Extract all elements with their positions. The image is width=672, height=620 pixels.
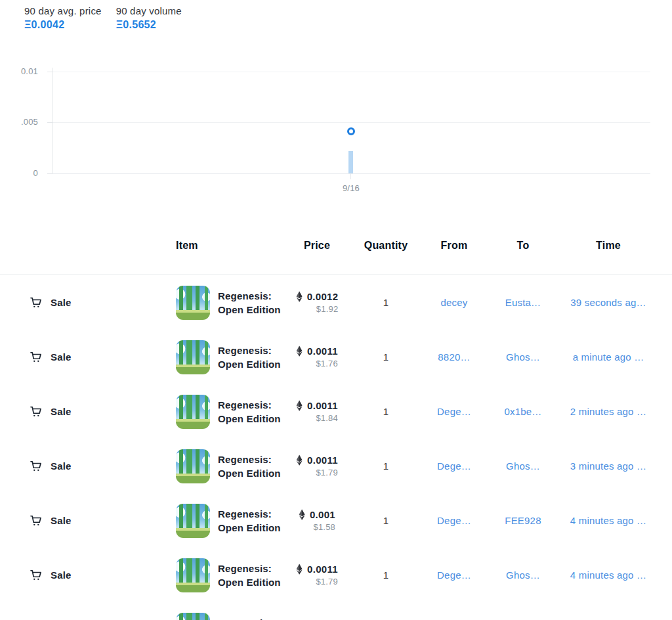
from-cell: Dege… xyxy=(420,406,488,417)
y-axis-line xyxy=(52,68,53,173)
quantity-cell: 1 xyxy=(352,460,420,472)
from-account-link[interactable]: Dege… xyxy=(437,515,471,526)
event-cell: Sale xyxy=(0,296,152,309)
event-type-label: Sale xyxy=(51,515,72,526)
from-account-link[interactable]: 8820… xyxy=(438,351,470,363)
item-thumbnail[interactable] xyxy=(176,340,210,374)
transaction-time-link[interactable]: a minute ago … xyxy=(573,351,644,363)
shopping-cart-icon xyxy=(30,351,42,363)
item-cell: Regenesis: Open Edition xyxy=(152,613,282,620)
transaction-time-link[interactable]: 4 minutes ago … xyxy=(570,515,646,526)
y-tick xyxy=(47,173,52,174)
price-eth-value: 0.0012 xyxy=(307,291,339,302)
stat-avg-price-label: 90 day avg. price xyxy=(24,5,102,18)
item-name-line1: Regenesis: xyxy=(218,507,281,521)
ethereum-icon xyxy=(296,454,303,466)
item-name-link[interactable]: Regenesis: Open Edition xyxy=(218,343,281,371)
item-name-link[interactable]: Regenesis: Open Edition xyxy=(218,507,281,535)
item-name-line1: Regenesis: xyxy=(218,616,281,620)
time-cell: a minute ago … xyxy=(558,351,672,363)
item-name-line2: Open Edition xyxy=(218,412,281,426)
item-name-line2: Open Edition xyxy=(218,575,281,589)
event-type-label: Sale xyxy=(51,569,72,581)
event-type-label: Sale xyxy=(51,351,72,363)
table-row: Sale Regenesis: Open Edition xyxy=(0,384,672,439)
time-cell: 4 minutes ago … xyxy=(558,569,672,581)
item-name-link[interactable]: Regenesis: Open Edition xyxy=(218,562,281,589)
item-name-link[interactable]: Regenesis: Open Edition xyxy=(218,453,281,480)
to-account-link[interactable]: Eusta… xyxy=(505,297,541,308)
time-cell: 39 seconds ag… xyxy=(558,297,672,308)
time-cell: 2 minutes ago … xyxy=(558,406,672,417)
table-row: Sale Regenesis: Open Edition xyxy=(0,602,672,620)
shopping-cart-icon xyxy=(30,296,42,309)
to-account-link[interactable]: Ghos… xyxy=(506,569,540,581)
time-cell: 3 minutes ago … xyxy=(558,460,672,472)
gridline-0-005 xyxy=(52,122,650,123)
to-account-link[interactable]: 0x1be… xyxy=(504,406,541,417)
price-usd-value: $1.84 xyxy=(316,413,338,423)
to-cell: Eusta… xyxy=(488,297,558,308)
from-account-link[interactable]: decey xyxy=(440,297,467,308)
y-tick xyxy=(47,72,52,72)
time-cell: 4 minutes ago … xyxy=(558,515,672,526)
from-cell: Dege… xyxy=(420,515,488,526)
transaction-time-link[interactable]: 3 minutes ago … xyxy=(570,460,646,472)
item-thumbnail[interactable] xyxy=(176,613,210,620)
event-cell: Sale xyxy=(0,405,152,418)
ethereum-icon xyxy=(296,564,303,575)
transaction-time-link[interactable]: 39 seconds ag… xyxy=(570,297,646,308)
item-thumbnail[interactable] xyxy=(176,504,210,538)
quantity-cell: 1 xyxy=(352,406,420,417)
item-name-line2: Open Edition xyxy=(218,357,281,371)
header-price: Price xyxy=(282,234,352,252)
header-from: From xyxy=(420,234,488,252)
item-name-line1: Regenesis: xyxy=(218,562,281,575)
gridline-0-01 xyxy=(52,72,650,72)
transaction-time-link[interactable]: 4 minutes ago … xyxy=(570,569,646,581)
price-cell: 0.0011 $1.84 xyxy=(282,400,352,423)
price-usd-value: $1.92 xyxy=(316,304,339,314)
activity-table: Item Price Quantity From To Time Sale Re… xyxy=(0,234,672,620)
stat-volume-value: Ξ0.5652 xyxy=(116,18,182,32)
y-axis-tick-label: 0 xyxy=(0,167,38,179)
item-thumbnail[interactable] xyxy=(176,449,210,483)
ethereum-icon xyxy=(299,509,305,520)
price-eth-value: 0.001 xyxy=(310,509,335,520)
ethereum-icon xyxy=(296,291,303,302)
from-account-link[interactable]: Dege… xyxy=(437,406,471,417)
table-row: Sale Regenesis: Open Edition xyxy=(0,330,672,384)
transaction-time-link[interactable]: 2 minutes ago … xyxy=(570,406,646,417)
from-account-link[interactable]: Dege… xyxy=(437,460,471,472)
item-thumbnail[interactable] xyxy=(176,286,210,320)
to-account-link[interactable]: Ghos… xyxy=(506,460,540,472)
item-cell: Regenesis: Open Edition xyxy=(152,504,282,538)
header-event xyxy=(0,234,152,240)
item-name-line2: Open Edition xyxy=(218,521,281,535)
price-eth-value: 0.0011 xyxy=(307,345,338,357)
item-name-link[interactable]: Regenesis: Open Edition xyxy=(218,616,281,620)
header-quantity: Quantity xyxy=(352,234,420,252)
shopping-cart-icon xyxy=(30,460,42,472)
item-thumbnail[interactable] xyxy=(176,395,210,429)
from-cell: Dege… xyxy=(420,569,488,581)
price-usd-value: $1.79 xyxy=(316,577,338,587)
y-axis-tick-label: 0.01 xyxy=(0,66,38,78)
volume-bar xyxy=(348,151,353,173)
item-name-link[interactable]: Regenesis: Open Edition xyxy=(218,289,281,317)
price-cell: 0.0012 $1.92 xyxy=(282,291,352,314)
stat-avg-price: 90 day avg. price Ξ0.0042 xyxy=(24,5,102,32)
y-axis-tick-label: .005 xyxy=(0,116,38,128)
item-name-link[interactable]: Regenesis: Open Edition xyxy=(218,398,281,426)
to-account-link[interactable]: FEE928 xyxy=(505,515,541,526)
from-account-link[interactable]: Dege… xyxy=(437,569,471,581)
from-cell: decey xyxy=(420,297,488,308)
price-eth-value: 0.0011 xyxy=(307,564,338,575)
to-account-link[interactable]: Ghos… xyxy=(506,351,540,363)
item-thumbnail[interactable] xyxy=(176,558,210,592)
to-cell: Ghos… xyxy=(488,569,558,581)
quantity-cell: 1 xyxy=(352,569,420,581)
x-axis-tick xyxy=(350,173,351,179)
avg-price-data-point[interactable] xyxy=(347,127,355,135)
event-cell: Sale xyxy=(0,351,152,363)
